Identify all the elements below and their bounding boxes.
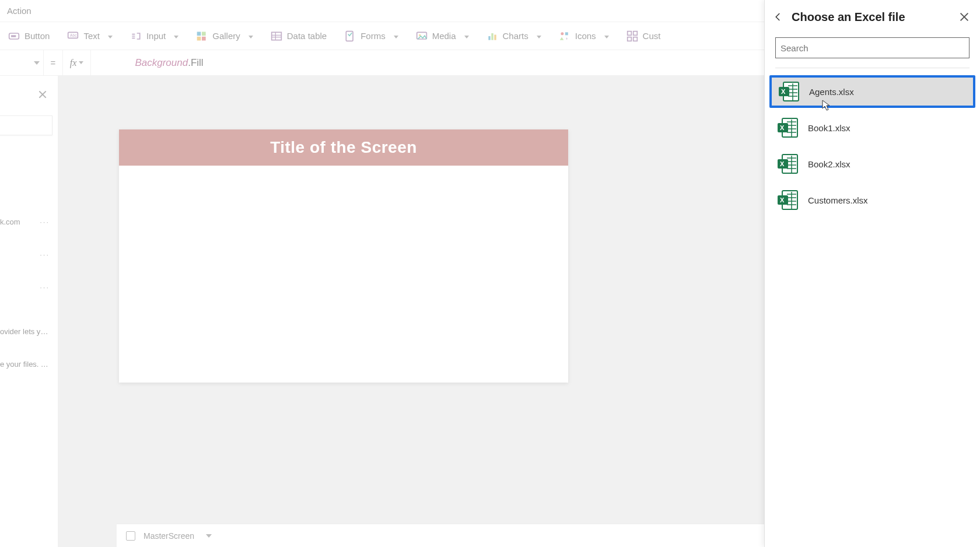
svg-rect-12 (488, 36, 490, 40)
ribbon-input[interactable]: Input (130, 30, 178, 42)
svg-text:+: + (565, 36, 568, 40)
formula-object: Background (135, 57, 188, 68)
svg-rect-14 (494, 34, 496, 40)
ribbon-charts-label: Charts (503, 31, 528, 41)
cursor-icon (822, 100, 830, 111)
svg-rect-20 (627, 37, 631, 41)
screen-title-text: Title of the Screen (270, 138, 417, 157)
chevron-down-icon (170, 31, 178, 41)
fx-label: fx (70, 58, 77, 68)
media-icon (416, 30, 428, 42)
file-item[interactable]: X Book1.xlsx (769, 111, 975, 144)
chevron-down-icon (601, 31, 609, 41)
excel-icon: X (776, 116, 800, 139)
search-input[interactable] (780, 43, 964, 53)
svg-text:Abc: Abc (70, 33, 77, 37)
equals-label: = (43, 50, 63, 75)
svg-rect-1 (11, 35, 16, 37)
close-icon[interactable] (38, 90, 47, 99)
gallery-icon (196, 30, 208, 42)
chevron-down-icon (461, 31, 469, 41)
chevron-down-icon (533, 31, 541, 41)
left-panel-card[interactable] (0, 115, 52, 135)
chevron-down-icon (245, 31, 253, 41)
fx-button[interactable]: fx (63, 50, 91, 75)
ribbon-button[interactable]: Button (8, 30, 50, 42)
excel-icon: X (776, 152, 800, 176)
ribbon-input-label: Input (146, 31, 166, 41)
ribbon-icons[interactable]: + Icons (559, 30, 609, 42)
ribbon-gallery[interactable]: Gallery (196, 30, 253, 42)
svg-rect-6 (197, 36, 201, 40)
panel-title: Choose an Excel file (792, 10, 954, 24)
svg-rect-4 (197, 31, 201, 36)
file-item[interactable]: X Book2.xlsx (769, 148, 975, 180)
formula-prop: Fill (191, 57, 204, 68)
svg-rect-5 (202, 31, 206, 36)
ribbon-icons-label: Icons (575, 31, 596, 41)
file-picker-panel: Choose an Excel file X Agents.xlsx X Boo… (764, 0, 980, 547)
left-panel-row[interactable]: ovider lets you ... (0, 315, 58, 348)
svg-rect-16 (565, 32, 568, 35)
excel-icon: X (776, 188, 800, 212)
chevron-down-icon (34, 61, 40, 65)
svg-rect-18 (627, 31, 631, 35)
file-name-label: Book1.xlsx (808, 123, 850, 133)
ribbon-gallery-label: Gallery (212, 31, 240, 41)
svg-text:X: X (780, 160, 785, 167)
left-panel: k.com··· ··· ··· ovider lets you ... e y… (0, 76, 58, 547)
svg-text:X: X (780, 124, 785, 131)
file-name-label: Book2.xlsx (808, 159, 850, 169)
ribbon-custom[interactable]: Cust (626, 30, 661, 42)
file-item[interactable]: X Agents.xlsx (769, 75, 975, 108)
svg-point-15 (561, 32, 564, 35)
property-dropdown[interactable] (0, 54, 43, 72)
screen-name-label[interactable]: MasterScreen (144, 531, 194, 541)
canvas-screen[interactable]: Title of the Screen (119, 129, 568, 383)
file-name-label: Agents.xlsx (809, 87, 854, 97)
forms-icon (344, 30, 356, 42)
search-input-wrapper[interactable] (775, 37, 970, 58)
screen-title-banner: Title of the Screen (119, 129, 568, 166)
icons-icon: + (559, 30, 570, 42)
charts-icon (487, 30, 498, 42)
left-panel-row[interactable]: k.com··· (0, 205, 58, 238)
ribbon-forms-label: Forms (360, 31, 386, 41)
divider (775, 68, 970, 68)
ribbon-button-label: Button (24, 31, 50, 41)
ribbon-text[interactable]: Abc Text (67, 30, 113, 42)
chevron-down-icon (79, 61, 83, 64)
ribbon-media-label: Media (432, 31, 456, 41)
ribbon-charts[interactable]: Charts (487, 30, 541, 42)
ribbon-media[interactable]: Media (416, 30, 469, 42)
left-panel-row[interactable]: ··· (0, 238, 58, 271)
close-icon[interactable] (959, 12, 970, 22)
svg-rect-7 (202, 36, 206, 40)
file-name-label: Customers.xlsx (808, 195, 868, 205)
ribbon-custom-label: Cust (643, 31, 661, 41)
chevron-down-icon[interactable] (206, 534, 212, 538)
left-panel-row[interactable]: ··· (0, 271, 58, 303)
ribbon-forms[interactable]: Forms (344, 30, 398, 42)
back-button[interactable] (769, 8, 787, 26)
svg-rect-21 (633, 37, 637, 41)
file-item[interactable]: X Customers.xlsx (769, 184, 975, 216)
input-icon (130, 30, 142, 42)
text-icon: Abc (67, 30, 79, 42)
svg-rect-13 (491, 33, 493, 40)
ribbon-data-table[interactable]: Data table (271, 30, 327, 42)
excel-icon: X (778, 80, 801, 103)
svg-rect-19 (633, 31, 637, 35)
chevron-down-icon (104, 31, 113, 41)
button-icon (8, 30, 20, 42)
data-table-icon (271, 30, 282, 42)
left-panel-row[interactable]: e your files. Yo... (0, 348, 58, 380)
svg-text:X: X (781, 88, 786, 95)
panel-header: Choose an Excel file (765, 0, 980, 34)
ribbon-data-table-label: Data table (287, 31, 327, 41)
file-list: X Agents.xlsx X Book1.xlsx X Book2.xlsx … (765, 73, 980, 219)
chevron-down-icon (390, 31, 398, 41)
tab-action[interactable]: Action (5, 6, 32, 16)
screen-checkbox[interactable] (126, 531, 135, 541)
custom-icon (626, 30, 638, 42)
